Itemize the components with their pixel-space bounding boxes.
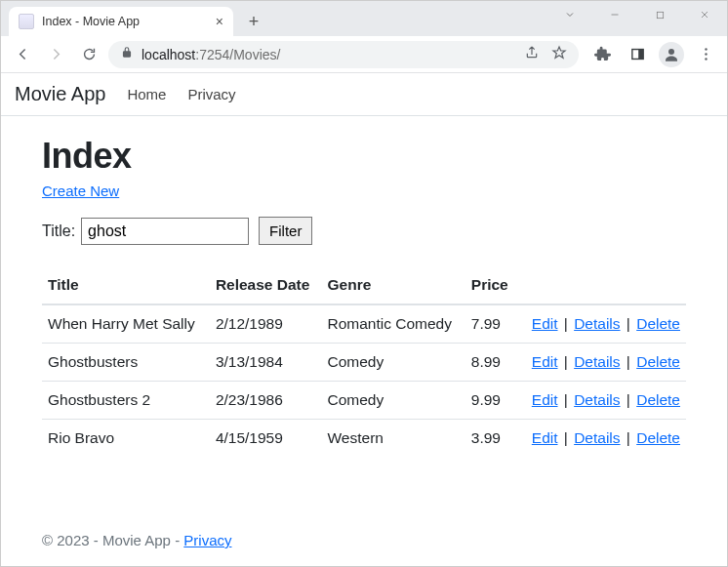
details-link[interactable]: Details [574,429,620,446]
nav-privacy[interactable]: Privacy [187,86,235,102]
movies-table: Title Release Date Genre Price When Harr… [42,266,686,457]
tab-title: Index - Movie App [42,15,140,28]
cell-actions: Edit | Details | Delete [517,304,686,344]
lock-icon [120,46,134,62]
page-title: Index [42,136,686,177]
edit-link[interactable]: Edit [532,353,558,370]
kebab-menu-icon[interactable] [692,41,719,68]
svg-rect-0 [657,12,663,18]
profile-avatar[interactable] [659,42,684,67]
cell-release: 3/13/1984 [210,344,322,382]
svg-point-5 [705,53,707,55]
details-link[interactable]: Details [574,315,620,332]
cell-actions: Edit | Details | Delete [517,382,686,420]
delete-link[interactable]: Delete [636,315,680,332]
edit-link[interactable]: Edit [532,315,558,332]
address-bar[interactable]: localhost:7254/Movies/ [108,41,579,68]
cell-release: 2/23/1986 [210,382,322,420]
filter-button[interactable]: Filter [259,217,312,245]
brand-link[interactable]: Movie App [15,83,105,105]
cell-genre: Western [321,420,465,458]
close-tab-button[interactable]: × [216,15,223,28]
browser-tab[interactable]: Index - Movie App × [9,7,233,36]
cell-price: 3.99 [465,420,517,458]
title-filter-input[interactable] [81,218,249,245]
forward-button [42,41,69,68]
table-row: Rio Bravo4/15/1959Western3.99Edit | Deta… [42,420,686,458]
bookmark-icon[interactable] [551,45,567,63]
cell-actions: Edit | Details | Delete [517,420,686,458]
cell-price: 8.99 [465,344,517,382]
svg-rect-2 [638,50,643,60]
cell-release: 4/15/1959 [210,420,322,458]
delete-link[interactable]: Delete [636,353,680,370]
cell-title: Ghostbusters [42,344,210,382]
col-genre: Genre [321,266,465,304]
new-tab-button[interactable]: + [239,7,268,36]
footer-privacy-link[interactable]: Privacy [183,532,231,548]
share-icon[interactable] [524,45,540,63]
cell-price: 9.99 [465,382,517,420]
cell-genre: Comedy [321,344,465,382]
cell-title: Rio Bravo [42,420,210,458]
reload-button[interactable] [75,41,102,68]
window-close-button[interactable] [682,1,727,28]
page-body: Index Create New Title: Filter Title Rel… [1,116,727,457]
svg-point-4 [705,48,707,50]
window-minimize-button[interactable] [592,1,637,28]
back-button[interactable] [9,41,36,68]
delete-link[interactable]: Delete [636,429,680,446]
nav-home[interactable]: Home [127,86,166,102]
cell-genre: Romantic Comedy [321,304,465,344]
edit-link[interactable]: Edit [532,391,558,408]
table-row: Ghostbusters3/13/1984Comedy8.99Edit | De… [42,344,686,382]
table-row: Ghostbusters 22/23/1986Comedy9.99Edit | … [42,382,686,420]
cell-genre: Comedy [321,382,465,420]
cell-actions: Edit | Details | Delete [517,344,686,382]
col-price: Price [465,266,517,304]
delete-link[interactable]: Delete [636,391,680,408]
browser-toolbar: localhost:7254/Movies/ [1,36,727,73]
window-maximize-button[interactable] [637,1,682,28]
col-release: Release Date [210,266,322,304]
chevron-down-icon[interactable] [547,1,592,28]
details-link[interactable]: Details [574,353,620,370]
app-footer: © 2023 - Movie App - Privacy [1,532,727,548]
col-title: Title [42,266,210,304]
filter-label: Title: [42,223,75,240]
edit-link[interactable]: Edit [532,429,558,446]
footer-text: © 2023 - Movie App - [42,532,183,548]
extensions-icon[interactable] [588,41,616,68]
app-navbar: Movie App Home Privacy [1,73,727,116]
side-panel-icon[interactable] [624,41,651,68]
filter-form: Title: Filter [42,217,686,245]
favicon-icon [19,14,34,29]
cell-title: Ghostbusters 2 [42,382,210,420]
svg-point-3 [668,49,674,55]
details-link[interactable]: Details [574,391,620,408]
browser-titlebar: Index - Movie App × + [1,1,727,36]
table-row: When Harry Met Sally2/12/1989Romantic Co… [42,304,686,344]
create-new-link[interactable]: Create New [42,182,119,199]
cell-release: 2/12/1989 [210,304,322,344]
svg-point-6 [705,58,707,60]
cell-title: When Harry Met Sally [42,304,210,344]
url-text: localhost:7254/Movies/ [142,47,280,62]
col-actions [517,266,686,304]
cell-price: 7.99 [465,304,517,344]
